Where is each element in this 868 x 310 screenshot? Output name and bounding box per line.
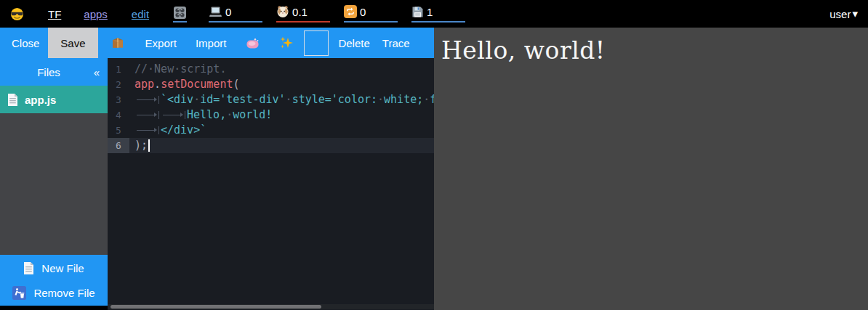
- line-number: 2: [108, 77, 129, 92]
- document-icon: [7, 93, 18, 107]
- close-button[interactable]: Close: [12, 37, 39, 49]
- line-number: 3: [108, 92, 129, 107]
- token-str: font: [430, 93, 434, 106]
- import-button[interactable]: Import: [196, 37, 227, 49]
- token-str: Hello,: [187, 108, 226, 121]
- laptop-icon: [209, 6, 222, 17]
- remove-file-button[interactable]: Remove File: [0, 280, 108, 305]
- main-area: Close Save Export Import: [0, 28, 868, 310]
- sidebar-actions: New File Remove File: [0, 255, 108, 306]
- user-menu[interactable]: user ▾: [829, 7, 858, 20]
- files-title: Files: [0, 66, 86, 78]
- soap-icon: [246, 37, 261, 49]
- token-ws: ·: [148, 62, 154, 76]
- files-header: Files «: [0, 58, 108, 86]
- sparkles-button[interactable]: [279, 36, 294, 50]
- new-file-icon: [23, 261, 34, 275]
- token-com: //: [134, 62, 148, 76]
- token-punct: .: [154, 78, 161, 91]
- repeat-icon: [344, 5, 357, 18]
- floppy-disk-icon: [411, 6, 424, 18]
- nav-link-edit[interactable]: edit: [132, 8, 149, 20]
- sparkles-icon: [279, 36, 294, 50]
- workspace-body: Files « app.js: [0, 58, 434, 310]
- package-button[interactable]: [110, 36, 125, 50]
- files-sidebar: Files « app.js: [0, 58, 108, 310]
- hamster-icon: [276, 5, 289, 18]
- line-content: </div>`: [129, 123, 434, 138]
- stat-sync-value: 0: [360, 6, 366, 18]
- token-name: app: [134, 78, 154, 91]
- token-ws: ·: [193, 93, 200, 106]
- nav-link-apps[interactable]: apps: [84, 8, 108, 20]
- code-line[interactable]: 2app.setDocument(: [108, 77, 434, 92]
- code-lines: 1//·New·script.2app.setDocument(3`<div·i…: [108, 58, 434, 153]
- collapse-sidebar-button[interactable]: «: [86, 66, 108, 78]
- code-editor[interactable]: 1//·New·script.2app.setDocument(3`<div·i…: [108, 58, 434, 310]
- file-item-appjs[interactable]: app.js: [0, 86, 108, 113]
- token-str: style='color:: [292, 93, 377, 106]
- soap-button[interactable]: [246, 37, 261, 49]
- stat-saves-value: 1: [427, 6, 433, 18]
- token-ws: ·: [423, 93, 430, 106]
- tab-marker: [134, 126, 161, 135]
- save-button[interactable]: Save: [48, 28, 97, 58]
- line-content: `<div·id='test-div'·style='color:·white;…: [129, 92, 434, 107]
- code-line[interactable]: 5</div>`: [108, 123, 434, 138]
- code-line[interactable]: 1//·New·script.: [108, 62, 434, 77]
- line-number: 4: [108, 107, 129, 123]
- stat-saves: 1: [411, 6, 465, 23]
- package-icon: [110, 36, 125, 50]
- trace-button[interactable]: Trace: [382, 37, 410, 49]
- token-str: `<div: [161, 93, 193, 106]
- token-ws: ·: [286, 93, 292, 106]
- line-content: app.setDocument(: [129, 77, 434, 92]
- code-line[interactable]: 3`<div·id='test-div'·style='color:·white…: [108, 92, 434, 107]
- tab-marker: [134, 110, 161, 120]
- stat-memory-value: 0.1: [292, 6, 308, 18]
- token-ws: ·: [174, 62, 180, 76]
- file-list-area: [0, 113, 108, 255]
- stat-sync: 0: [344, 5, 398, 23]
- code-line[interactable]: 4Hello,·world!: [108, 107, 434, 123]
- token-str: world!: [233, 108, 272, 121]
- empty-toolbar-box[interactable]: [304, 30, 329, 56]
- tab-marker: [134, 95, 161, 105]
- sunglasses-face-icon[interactable]: [10, 7, 24, 21]
- token-com: New: [154, 62, 174, 76]
- top-bar: TF apps edit 0: [0, 0, 868, 28]
- chevron-down-icon: ▾: [852, 7, 858, 20]
- editor-toolbar: Close Save Export Import: [0, 28, 434, 58]
- stat-cpu: 0: [209, 6, 262, 23]
- line-number: 5: [108, 123, 129, 138]
- token-ws: ·: [377, 93, 384, 106]
- remove-file-label: Remove File: [33, 287, 95, 299]
- text-cursor: [148, 139, 150, 152]
- token-punct: );: [134, 139, 148, 152]
- editor-workspace: Close Save Export Import: [0, 28, 434, 310]
- token-str: id='test-div': [200, 93, 285, 106]
- line-content: //·New·script.: [129, 62, 434, 77]
- sidebar-bottom-gap: [0, 306, 108, 310]
- stat-cpu-value: 0: [225, 6, 231, 18]
- line-content: Hello,·world!: [129, 107, 434, 123]
- control-knobs-icon[interactable]: [173, 6, 187, 23]
- token-punct: (: [233, 78, 239, 91]
- token-str: white;: [384, 93, 423, 106]
- brand-link[interactable]: TF: [48, 8, 61, 20]
- new-file-label: New File: [41, 262, 84, 274]
- horizontal-scrollbar-track[interactable]: [108, 304, 434, 309]
- litter-bin-icon: [12, 286, 26, 300]
- line-number: 1: [108, 62, 129, 77]
- token-com: script.: [180, 62, 226, 76]
- new-file-button[interactable]: New File: [0, 256, 108, 280]
- tab-marker: [161, 110, 187, 120]
- token-name: setDocument: [161, 78, 233, 91]
- horizontal-scrollbar-thumb[interactable]: [110, 305, 321, 309]
- code-line[interactable]: 6);: [108, 138, 434, 153]
- user-menu-label: user: [829, 8, 851, 20]
- token-str: </div>`: [161, 123, 206, 136]
- delete-button[interactable]: Delete: [338, 37, 369, 49]
- token-ws: ·: [226, 108, 233, 121]
- export-button[interactable]: Export: [145, 37, 177, 49]
